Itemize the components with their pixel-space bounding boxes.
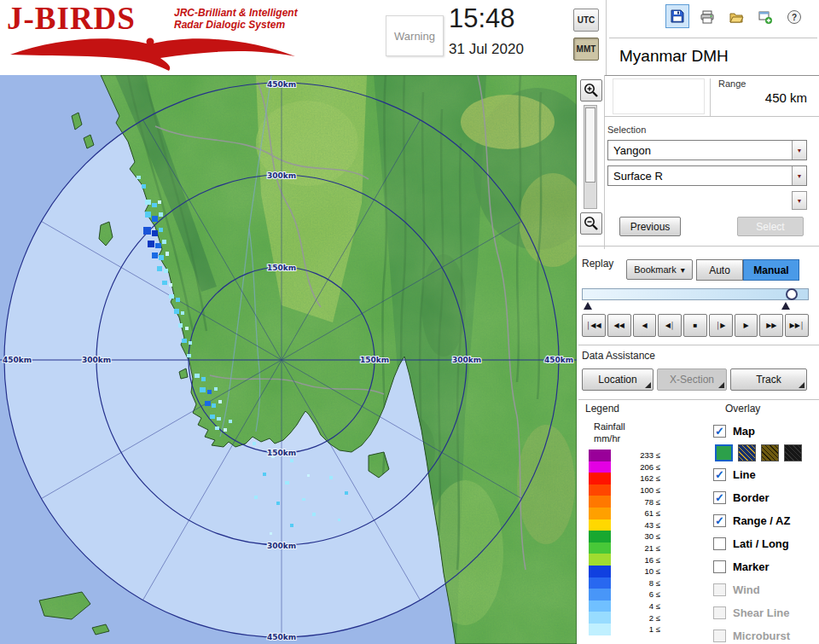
location-button[interactable]: Location (582, 368, 653, 391)
checkbox[interactable]: ✓ (713, 514, 726, 527)
legend-row: 6 ≤ (589, 589, 660, 600)
playback-button-3[interactable]: ◀│ (658, 314, 682, 337)
playback-button-1[interactable]: ◀◀ (607, 314, 631, 337)
clock-time: 15:48 (449, 3, 568, 38)
checkbox[interactable]: ✓ (713, 491, 726, 504)
chevron-down-icon[interactable] (792, 166, 806, 185)
zoom-out-button[interactable] (580, 212, 602, 235)
chevron-down-icon[interactable] (792, 141, 806, 160)
previous-button[interactable]: Previous (619, 217, 681, 236)
legend-color-swatch (589, 542, 611, 554)
playback-button-5[interactable]: │▶ (709, 314, 733, 337)
overlay-label: Border (733, 491, 770, 504)
print-button[interactable] (696, 6, 718, 28)
playback-button-8[interactable]: ▶▶│ (785, 314, 809, 337)
save-icon (670, 9, 685, 24)
open-folder-icon (729, 9, 744, 25)
map-style-swatch-green[interactable] (715, 444, 733, 461)
legend-color-swatch (589, 612, 611, 624)
toolbar-divider (609, 38, 817, 38)
overlay-item-microburst[interactable]: Microburst (713, 624, 819, 644)
legend-value: 30 ≤ (621, 531, 660, 541)
mmt-button[interactable]: MMT (573, 38, 599, 61)
overlay-item-map[interactable]: ✓Map (713, 420, 819, 443)
overlay-item-border[interactable]: ✓Border (713, 486, 819, 509)
playback-button-0[interactable]: │◀◀ (582, 314, 606, 337)
legend-unit-rainfall: Rainfall (594, 421, 625, 432)
radar-map[interactable]: 450km300km150km150km300km450km450km300km… (0, 75, 577, 644)
help-button[interactable]: ? (783, 6, 805, 28)
legend-value: 2 ≤ (621, 613, 660, 623)
legend-row: 16 ≤ (589, 554, 660, 566)
product-dropdown[interactable]: Surface R (607, 165, 807, 186)
checkbox[interactable]: ✓ (713, 425, 726, 438)
overlay-item-lati-long[interactable]: Lati / Long (713, 532, 819, 555)
x-section-button[interactable]: X-Section (657, 368, 727, 391)
zoom-scrollbar[interactable] (584, 105, 597, 209)
eagle-icon (7, 32, 300, 72)
overlay-item-marker[interactable]: Marker (713, 555, 819, 578)
overlay-label: Map (733, 425, 755, 438)
overlay-list: ✓Map ✓Line✓Border✓Range / AZLati / LongM… (713, 420, 819, 644)
open-folder-button[interactable] (725, 6, 747, 28)
overlay-item-line[interactable]: ✓Line (713, 463, 819, 486)
checkbox[interactable] (713, 606, 726, 619)
playback-button-6[interactable]: ▶ (735, 314, 758, 337)
legend-row: 1 ≤ (589, 624, 660, 635)
legend-color-swatch (589, 577, 611, 589)
checkbox[interactable] (713, 560, 726, 573)
checkbox[interactable] (713, 629, 726, 642)
map-style-swatch-black[interactable] (784, 444, 802, 461)
select-button[interactable]: Select (737, 217, 804, 236)
bookmark-button[interactable]: Bookmark (626, 259, 693, 280)
range-ring-label: 450km (267, 80, 296, 89)
overlay-item-shear-line[interactable]: Shear Line (713, 601, 819, 624)
site-dropdown[interactable]: Yangon (607, 140, 807, 160)
map-style-swatch-navy[interactable] (738, 444, 756, 461)
legend-row: 162 ≤ (589, 473, 660, 484)
range-label: Range (718, 78, 746, 89)
legend-value: 21 ≤ (621, 543, 660, 553)
checkbox[interactable]: ✓ (713, 468, 726, 481)
map-style-swatch-olive[interactable] (761, 444, 779, 461)
range-section-divider (604, 116, 819, 117)
logo-subtitle-line2: Radar Dialogic System (174, 19, 285, 31)
checkbox[interactable] (713, 537, 726, 550)
legend-color-swatch (589, 461, 611, 473)
timeline-start-marker (584, 302, 592, 310)
legend-value: 100 ≤ (621, 485, 660, 495)
replay-timeline-slider[interactable] (582, 288, 809, 300)
elevation-dropdown-arrow[interactable] (792, 191, 807, 210)
playback-button-7[interactable]: ▶▶ (759, 314, 783, 337)
site-dropdown-value: Yangon (608, 144, 792, 157)
playback-button-2[interactable]: ◀ (633, 314, 657, 337)
checkbox[interactable] (713, 583, 726, 596)
manual-button[interactable]: Manual (743, 259, 799, 281)
timeline-slider-knob[interactable] (786, 288, 798, 300)
save-button[interactable] (665, 4, 689, 28)
legend-color-swatch (589, 496, 611, 508)
overlay-label: Marker (733, 560, 770, 573)
zoom-in-icon (583, 82, 600, 99)
zoom-in-button[interactable] (580, 79, 602, 102)
legend-value: 162 ≤ (621, 473, 660, 483)
zoom-scrollbar-thumb[interactable] (585, 107, 595, 183)
overlay-item-wind[interactable]: Wind (713, 578, 819, 601)
overlay-item-range-az[interactable]: ✓Range / AZ (713, 509, 819, 532)
zoom-out-icon (583, 215, 600, 232)
track-button[interactable]: Track (730, 368, 807, 391)
utc-button[interactable]: UTC (573, 9, 599, 32)
overlay-label: Lati / Long (733, 537, 789, 550)
legend-row: 78 ≤ (589, 496, 660, 508)
zoom-strip-divider (604, 75, 605, 249)
range-ring-label: 450km (3, 356, 32, 364)
legend-color-swatch (589, 519, 611, 531)
legend-value: 206 ≤ (621, 462, 660, 472)
playback-button-4[interactable]: ■ (683, 314, 707, 337)
range-ring-label: 300km (82, 356, 111, 364)
legend-row: 206 ≤ (589, 461, 660, 473)
auto-button[interactable]: Auto (696, 259, 743, 281)
range-value: 450 km (708, 90, 807, 105)
capture-button[interactable] (754, 6, 776, 28)
warning-indicator[interactable]: Warning (386, 15, 444, 56)
